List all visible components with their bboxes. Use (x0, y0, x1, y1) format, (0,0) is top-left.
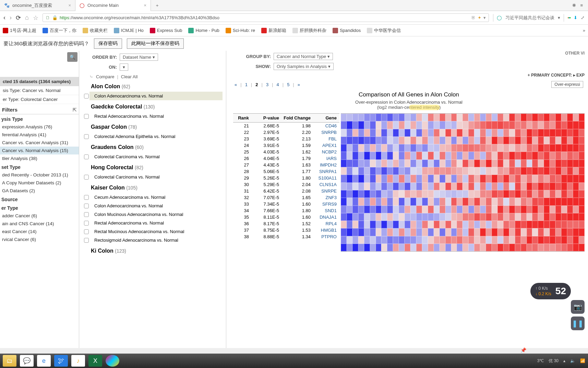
heatmap-cell[interactable] (492, 236, 497, 244)
heatmap-cell[interactable] (434, 129, 440, 137)
heatmap-cell[interactable] (579, 221, 585, 228)
bookmark-2[interactable]: 百度一下，你 (43, 27, 76, 34)
heatmap-cell[interactable] (428, 236, 434, 244)
heatmap-cell[interactable] (567, 175, 573, 182)
heatmap-cell[interactable] (416, 160, 422, 167)
heatmap-cell[interactable] (468, 121, 474, 129)
heatmap-cell[interactable] (434, 114, 440, 121)
new-tab-button[interactable]: ＋ (151, 0, 164, 11)
menu-icon[interactable]: ≡ (580, 3, 583, 8)
heatmap-cell[interactable] (347, 198, 352, 205)
heatmap-cell[interactable] (468, 129, 474, 137)
heatmap-cell[interactable] (463, 129, 468, 137)
heatmap-cell[interactable] (410, 121, 416, 129)
other-views-link[interactable]: OTHER VI (565, 51, 585, 56)
dataset-group-title[interactable]: Alon Colon (62) (89, 81, 223, 92)
heatmap-cell[interactable] (463, 175, 468, 182)
filter-item[interactable]: Cancer vs. Cancer Analysis (31) (0, 139, 79, 147)
heatmap-cell[interactable] (497, 129, 503, 137)
heatmap-cell[interactable] (445, 228, 451, 236)
bookmark-1[interactable]: 1号店-网上超 (3, 27, 36, 34)
filter-item[interactable]: ain and CNS Cancer (14) (0, 220, 79, 228)
heatmap-cell[interactable] (527, 244, 532, 251)
dataset-group-title[interactable]: Hong Colorectal (82) (89, 162, 223, 173)
heatmap-cell[interactable] (573, 206, 579, 213)
back-button[interactable]: ‹ (3, 14, 5, 21)
heatmap-cell[interactable] (428, 121, 434, 129)
heatmap-cell[interactable] (364, 206, 370, 213)
heatmap-cell[interactable] (440, 213, 445, 221)
heatmap-cell[interactable] (341, 183, 347, 190)
heatmap-cell[interactable] (555, 213, 561, 221)
heatmap-cell[interactable] (451, 160, 457, 167)
heatmap-cell[interactable] (352, 190, 358, 198)
tray-expand-icon[interactable]: ▴ (563, 358, 565, 363)
heatmap-cell[interactable] (393, 244, 399, 251)
heatmap-cell[interactable] (457, 221, 463, 228)
heatmap-cell[interactable] (509, 114, 515, 121)
heatmap-cell[interactable] (550, 221, 555, 228)
heatmap-cell[interactable] (538, 213, 544, 221)
heatmap-cell[interactable] (352, 221, 358, 228)
heatmap-cell[interactable] (480, 175, 486, 182)
heatmap-cell[interactable] (440, 206, 445, 213)
heatmap-cell[interactable] (579, 129, 585, 137)
bookmark-9[interactable]: 肝胆胰外科杂 (292, 27, 326, 34)
heatmap-cell[interactable] (399, 206, 405, 213)
heatmap-cell[interactable] (422, 121, 428, 129)
checkbox[interactable] (84, 238, 89, 243)
heatmap-cell[interactable] (468, 236, 474, 244)
heatmap-cell[interactable] (376, 236, 382, 244)
heatmap-cell[interactable] (579, 183, 585, 190)
heatmap-cell[interactable] (463, 221, 468, 228)
heatmap-cell[interactable] (358, 198, 364, 205)
heatmap-cell[interactable] (428, 114, 434, 121)
heatmap-cell[interactable] (393, 129, 399, 137)
pager-page[interactable]: 1 (245, 82, 248, 87)
heatmap-cell[interactable] (358, 175, 364, 182)
heatmap-cell[interactable] (387, 121, 393, 129)
heatmap-cell[interactable] (579, 175, 585, 182)
heatmap-cell[interactable] (532, 236, 538, 244)
heatmap-cell[interactable] (416, 190, 422, 198)
heatmap-cell[interactable] (381, 213, 387, 221)
heatmap-cell[interactable] (492, 129, 497, 137)
heatmap-cell[interactable] (468, 167, 474, 175)
heatmap-cell[interactable] (527, 183, 532, 190)
heatmap-cell[interactable] (474, 175, 480, 182)
heatmap-cell[interactable] (341, 221, 347, 228)
heatmap-cell[interactable] (422, 244, 428, 251)
heatmap-cell[interactable] (544, 190, 550, 198)
heatmap-cell[interactable] (387, 167, 393, 175)
heatmap-cell[interactable] (358, 121, 364, 129)
heatmap-cell[interactable] (527, 114, 532, 121)
heatmap-cell[interactable] (463, 114, 468, 121)
heatmap-cell[interactable] (381, 228, 387, 236)
heatmap-cell[interactable] (347, 152, 352, 159)
heatmap-cell[interactable] (352, 152, 358, 159)
gene-link[interactable]: SNRPA1 (313, 169, 339, 174)
heatmap-cell[interactable] (364, 152, 370, 159)
heatmap-cell[interactable] (399, 228, 405, 236)
heatmap-cell[interactable] (341, 137, 347, 144)
heatmap-cell[interactable] (468, 221, 474, 228)
heatmap-cell[interactable] (445, 206, 451, 213)
heatmap-cell[interactable] (474, 144, 480, 152)
heatmap-cell[interactable] (370, 167, 376, 175)
heatmap-cell[interactable] (550, 175, 555, 182)
heatmap-cell[interactable] (544, 152, 550, 159)
heatmap-cell[interactable] (492, 228, 497, 236)
heatmap-cell[interactable] (561, 244, 567, 251)
heatmap-cell[interactable] (521, 198, 527, 205)
heatmap-cell[interactable] (410, 183, 416, 190)
heatmap-cell[interactable] (532, 137, 538, 144)
heatmap-cell[interactable] (555, 198, 561, 205)
collapse-icon[interactable]: ⇱ (73, 107, 77, 113)
heatmap-cell[interactable] (521, 183, 527, 190)
col-gene[interactable]: Gene (313, 115, 339, 120)
heatmap-cell[interactable] (352, 129, 358, 137)
heatmap-cell[interactable] (550, 137, 555, 144)
heatmap-cell[interactable] (463, 121, 468, 129)
heatmap-cell[interactable] (347, 144, 352, 152)
heatmap-cell[interactable] (463, 144, 468, 152)
